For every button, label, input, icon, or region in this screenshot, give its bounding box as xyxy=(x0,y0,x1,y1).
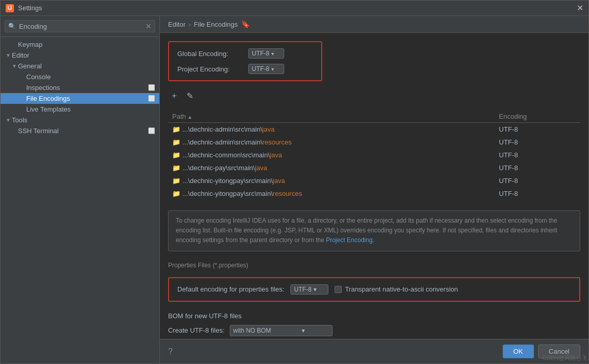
breadcrumb: Editor › File Encodings 🔖 xyxy=(160,16,588,33)
dropdown-arrow-icon: ▾ xyxy=(314,286,317,293)
project-encoding-label: Project Encoding: xyxy=(177,65,244,73)
create-utf8-value: with NO BOM xyxy=(233,327,271,334)
breadcrumb-editor: Editor xyxy=(168,21,186,28)
sidebar-item-file-encodings[interactable]: File Encodings ⬜ xyxy=(1,93,159,104)
path-column-header[interactable]: Path xyxy=(168,111,495,123)
dropdown-arrow-icon: ▾ xyxy=(271,66,274,72)
titlebar: IJ Settings ✕ xyxy=(1,1,588,16)
search-wrap: 🔍 ✕ xyxy=(5,20,155,32)
create-utf8-select[interactable]: with NO BOM ▾ xyxy=(230,325,333,336)
info-box: To change encoding IntelliJ IDEA uses fo… xyxy=(168,210,580,251)
main-content: Global Encoding: UTF-8 ▾ Project Encodin… xyxy=(160,33,588,339)
sidebar-item-console[interactable]: Console xyxy=(1,71,159,82)
table-row: 📁...\dechnic-yitongpay\src\main\resource… xyxy=(168,187,580,200)
window-title: Settings xyxy=(18,4,42,12)
encoding-settings-box: Global Encoding: UTF-8 ▾ Project Encodin… xyxy=(168,41,322,81)
transparent-checkbox-wrap: Transparent native-to-ascii conversion xyxy=(335,285,458,293)
add-button[interactable]: ＋ xyxy=(168,89,180,102)
sidebar-item-tools[interactable]: ▼ Tools xyxy=(1,115,159,125)
global-encoding-select[interactable]: UTF-8 ▾ xyxy=(248,48,284,59)
encoding-cell: UTF-8 xyxy=(495,136,580,149)
watermark: CSDN@风随心飞 xyxy=(543,354,587,362)
path-cell: 📁...\dechnic-pay\src\main\java xyxy=(168,161,495,174)
encoding-cell: UTF-8 xyxy=(495,149,580,161)
breadcrumb-file-encodings: File Encodings xyxy=(194,21,237,28)
encoding-cell: UTF-8 xyxy=(495,174,580,187)
folder-icon: 📁 xyxy=(172,125,180,133)
arrow-icon: ▼ xyxy=(11,63,18,69)
path-cell: 📁...\dechnic-yitongpay\src\main\java xyxy=(168,174,495,187)
clear-icon[interactable]: ✕ xyxy=(145,22,152,30)
default-encoding-value: UTF-8 xyxy=(294,286,311,293)
table-row: 📁...\dechnic-admin\src\main\resources UT… xyxy=(168,136,580,149)
path-cell: 📁...\dechnic-admin\src\main\resources xyxy=(168,136,495,149)
transparent-label: Transparent native-to-ascii conversion xyxy=(345,285,458,293)
properties-section-title: Properties Files (*.properties) xyxy=(168,262,580,269)
default-encoding-label: Default encoding for properties files: xyxy=(177,285,284,293)
encoding-column-header: Encoding xyxy=(495,111,580,123)
encoding-cell: UTF-8 xyxy=(495,123,580,136)
close-button[interactable]: ✕ xyxy=(577,4,583,12)
table-row: 📁...\dechnic-pay\src\main\java UTF-8 xyxy=(168,161,580,174)
settings-tree: Keymap ▼ Editor ▼ General Console xyxy=(1,37,159,363)
table-row: 📁...\dechnic-common\src\main\java UTF-8 xyxy=(168,149,580,161)
sidebar-item-ssh-terminal[interactable]: SSH Terminal ⬜ xyxy=(1,125,159,136)
ssh-badge: ⬜ xyxy=(148,128,155,134)
inspections-badge: ⬜ xyxy=(148,84,155,91)
dropdown-arrow-icon: ▾ xyxy=(302,327,305,334)
folder-icon: 📁 xyxy=(172,190,180,197)
sidebar-item-inspections[interactable]: Inspections ⬜ xyxy=(1,82,159,93)
sidebar-item-editor[interactable]: ▼ Editor xyxy=(1,50,159,61)
settings-window: IJ Settings ✕ 🔍 ✕ Keymap xyxy=(0,0,589,364)
table-row: 📁...\dechnic-yitongpay\src\main\java UTF… xyxy=(168,174,580,187)
arrow-icon: ▼ xyxy=(5,52,12,58)
transparent-checkbox[interactable] xyxy=(335,286,342,293)
folder-icon: 📁 xyxy=(172,138,180,146)
breadcrumb-separator: › xyxy=(189,21,191,28)
arrow-icon: ▼ xyxy=(5,117,12,123)
path-cell: 📁...\dechnic-admin\src\main\java xyxy=(168,123,495,136)
sidebar-item-general[interactable]: ▼ General xyxy=(1,61,159,71)
dropdown-arrow-icon: ▾ xyxy=(271,51,274,57)
path-cell: 📁...\dechnic-common\src\main\java xyxy=(168,149,495,161)
bom-label-row: BOM for new UTF-8 files xyxy=(168,312,580,320)
app-icon: IJ xyxy=(6,4,14,12)
footer: ? OK Cancel xyxy=(160,339,588,363)
ok-button[interactable]: OK xyxy=(503,344,534,358)
sidebar-item-keymap[interactable]: Keymap xyxy=(1,39,159,50)
sidebar: 🔍 ✕ Keymap ▼ Editor ▼ xyxy=(1,16,160,363)
table-row: 📁...\dechnic-admin\src\main\java UTF-8 xyxy=(168,123,580,136)
global-encoding-value: UTF-8 xyxy=(252,50,269,57)
encoding-cell: UTF-8 xyxy=(495,161,580,174)
global-encoding-label: Global Encoding: xyxy=(177,50,244,58)
encoding-cell: UTF-8 xyxy=(495,187,580,200)
bookmark-icon[interactable]: 🔖 xyxy=(241,20,250,28)
help-icon[interactable]: ? xyxy=(168,347,173,356)
create-utf8-row: Create UTF-8 files: with NO BOM ▾ xyxy=(168,325,580,336)
project-encoding-select[interactable]: UTF-8 ▾ xyxy=(248,64,284,74)
folder-icon: 📁 xyxy=(172,151,180,159)
titlebar-left: IJ Settings xyxy=(6,4,42,12)
folder-icon: 📁 xyxy=(172,177,180,185)
project-encoding-row: Project Encoding: UTF-8 ▾ xyxy=(177,64,313,74)
file-toolbar: ＋ ✎ xyxy=(168,87,580,104)
bom-section: BOM for new UTF-8 files Create UTF-8 fil… xyxy=(168,312,580,339)
create-utf8-label: Create UTF-8 files: xyxy=(168,326,225,334)
info-text: To change encoding IntelliJ IDEA uses fo… xyxy=(176,217,557,244)
file-table: Path Encoding 📁...\dechnic-admin\src\mai… xyxy=(168,111,580,200)
search-icon: 🔍 xyxy=(8,23,16,30)
default-encoding-select[interactable]: UTF-8 ▾ xyxy=(290,284,328,295)
search-bar: 🔍 ✕ xyxy=(1,16,159,37)
global-encoding-row: Global Encoding: UTF-8 ▾ xyxy=(177,48,313,59)
properties-box: Default encoding for properties files: U… xyxy=(168,277,580,302)
main-layout: 🔍 ✕ Keymap ▼ Editor ▼ xyxy=(1,16,588,363)
project-encoding-value: UTF-8 xyxy=(252,65,269,72)
project-encoding-link[interactable]: Project Encoding xyxy=(326,236,373,244)
edit-button[interactable]: ✎ xyxy=(185,90,195,102)
main-panel: Editor › File Encodings 🔖 Global Encodin… xyxy=(160,16,588,363)
bom-label: BOM for new UTF-8 files xyxy=(168,312,242,320)
folder-icon: 📁 xyxy=(172,164,180,172)
search-input[interactable] xyxy=(19,23,142,30)
sidebar-item-live-templates[interactable]: Live Templates xyxy=(1,104,159,115)
file-encodings-badge: ⬜ xyxy=(148,95,155,102)
